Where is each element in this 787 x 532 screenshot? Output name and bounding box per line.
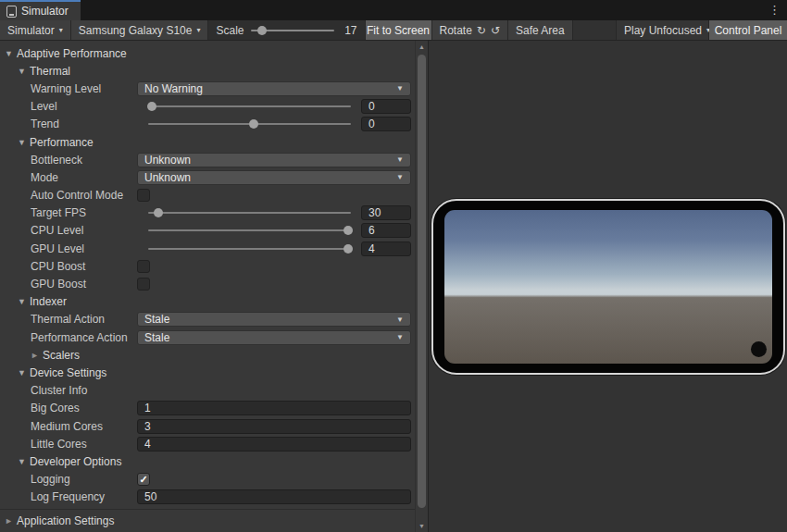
device-screen[interactable] (444, 210, 772, 364)
inspector-row-logging: Logging✓ (0, 471, 416, 489)
inspector-row-warning-level: Warning LevelNo Warning▼ (0, 80, 416, 97)
value-field-level[interactable]: 0 (361, 99, 411, 114)
row-label: Performance (30, 136, 94, 149)
row-label: Little Cores (31, 438, 87, 451)
tab-simulator[interactable]: Simulator (0, 0, 81, 20)
safe-area-button[interactable]: Safe Area (508, 20, 573, 40)
slider-target-fps[interactable] (148, 212, 351, 214)
row-label: Mode (31, 171, 58, 184)
scale-slider[interactable] (251, 30, 334, 31)
inspector-row-auto-control-mode: Auto Control Mode (0, 187, 416, 204)
inspector-row-gpu-level: GPU Level4 (0, 240, 416, 257)
scale-group: Scale 17 (208, 20, 365, 40)
inspector-row-cluster-info: Cluster Info (0, 382, 416, 400)
foldout-open-icon[interactable]: ▼ (18, 368, 30, 377)
dropdown-warning-level[interactable]: No Warning▼ (137, 81, 411, 96)
value-field-cpu-level[interactable]: 6 (361, 223, 411, 238)
simulated-device-frame[interactable] (431, 199, 785, 375)
inspector-row-mode: ModeUnknown▼ (0, 168, 416, 186)
fit-to-screen-button[interactable]: Fit to Screen (366, 20, 432, 40)
row-label: Target FPS (31, 206, 86, 219)
inspector-row-performance[interactable]: ▼Performance (0, 133, 416, 151)
slider-handle[interactable] (344, 244, 353, 254)
slider-cpu-level[interactable] (148, 229, 351, 231)
inspector-row-indexer[interactable]: ▼Indexer (0, 293, 416, 311)
checkbox-logging[interactable]: ✓ (137, 473, 150, 486)
value-field-gpu-level[interactable]: 4 (361, 241, 411, 256)
row-label: Level (31, 100, 57, 113)
scale-label: Scale (216, 24, 244, 37)
checkbox-cpu-boost[interactable] (137, 260, 150, 273)
slider-gpu-level[interactable] (148, 248, 351, 250)
tab-title: Simulator (21, 5, 69, 18)
slider-level[interactable] (148, 105, 351, 107)
simulator-toolbar: Simulator ▾ Samsung Galaxy S10e ▾ Scale … (0, 20, 787, 41)
dropdown-value: Stale (144, 331, 169, 344)
checkbox-gpu-boost[interactable] (137, 278, 150, 291)
inspector-scrollbar[interactable]: ▲ ▼ (415, 41, 428, 532)
play-unfocused-dropdown[interactable]: Play Unfocused ▾ (617, 20, 709, 40)
slider-handle[interactable] (344, 226, 353, 235)
checkbox-auto-control-mode[interactable] (137, 189, 150, 202)
scroll-up-icon[interactable]: ▲ (416, 43, 428, 50)
row-label: Indexer (30, 295, 67, 308)
field-medium-cores[interactable]: 3 (137, 419, 411, 434)
row-label: Auto Control Mode (31, 189, 123, 202)
chevron-down-icon: ▾ (196, 27, 200, 34)
slider-handle[interactable] (154, 208, 163, 217)
chevron-down-icon: ▾ (59, 27, 63, 34)
row-label: Application Settings (17, 514, 114, 527)
control-panel-button[interactable]: Control Panel (709, 20, 787, 40)
slider-handle[interactable] (249, 119, 258, 129)
row-label: Device Settings (30, 366, 106, 379)
foldout-open-icon[interactable]: ▼ (5, 49, 17, 58)
scale-slider-handle[interactable] (257, 26, 267, 35)
inspector-row-scalers[interactable]: ►Scalers (0, 346, 416, 364)
foldout-closed-icon[interactable]: ► (5, 516, 17, 526)
camera-punch-hole (751, 341, 767, 357)
device-select-dropdown[interactable]: Samsung Galaxy S10e ▾ (71, 20, 209, 40)
rotate-cw-icon[interactable]: ↻ (477, 25, 486, 36)
inspector-row-level: Level0 (0, 98, 416, 116)
row-label: Warning Level (31, 82, 101, 95)
inspector-row-big-cores: Big Cores1 (0, 400, 416, 417)
inspector-row-thermal[interactable]: ▼Thermal (0, 62, 416, 80)
foldout-open-icon[interactable]: ▼ (18, 297, 30, 306)
inspector-row-application-settings[interactable]: ►Application Settings (0, 512, 142, 529)
inspector-row-developer-options[interactable]: ▼Developer Options (0, 452, 416, 470)
dropdown-bottleneck[interactable]: Unknown▼ (137, 153, 411, 167)
inspector-row-device-settings[interactable]: ▼Device Settings (0, 364, 416, 381)
row-label: Medium Cores (31, 420, 103, 433)
toolbar-empty-segment (573, 20, 617, 40)
scrollbar-thumb[interactable] (418, 55, 426, 508)
simulator-mode-dropdown[interactable]: Simulator ▾ (0, 20, 71, 40)
rotate-group: Rotate ↻ ↺ (432, 20, 508, 40)
field-little-cores[interactable]: 4 (137, 437, 411, 452)
scroll-down-icon[interactable]: ▼ (416, 523, 428, 529)
dropdown-performance-action[interactable]: Stale▼ (137, 330, 411, 345)
slider-handle[interactable] (147, 102, 156, 111)
row-label: Bottleneck (31, 154, 82, 167)
row-label: CPU Level (31, 224, 83, 237)
row-label: Trend (31, 118, 59, 130)
value-field-target-fps[interactable]: 30 (361, 205, 411, 220)
field-big-cores[interactable]: 1 (137, 401, 411, 415)
rotate-ccw-icon[interactable]: ↺ (491, 25, 500, 36)
field-log-frequency[interactable]: 50 (137, 489, 411, 504)
dropdown-mode[interactable]: Unknown▼ (137, 170, 411, 185)
row-label: CPU Boost (31, 260, 85, 273)
row-label: Developer Options (30, 455, 121, 468)
inspector-row-adaptive-performance[interactable]: ▼Adaptive Performance (0, 44, 416, 62)
window-menu-icon[interactable]: ⋮ (768, 3, 781, 18)
dropdown-value: Stale (144, 313, 169, 326)
inspector-row-thermal-action: Thermal ActionStale▼ (0, 311, 416, 328)
foldout-open-icon[interactable]: ▼ (18, 138, 30, 147)
foldout-closed-icon[interactable]: ► (31, 351, 43, 360)
foldout-open-icon[interactable]: ▼ (18, 67, 30, 76)
foldout-open-icon[interactable]: ▼ (18, 457, 30, 466)
dropdown-thermal-action[interactable]: Stale▼ (137, 312, 411, 327)
row-label: GPU Level (31, 242, 84, 255)
slider-trend[interactable] (148, 123, 351, 125)
value-field-trend[interactable]: 0 (361, 117, 411, 131)
chevron-down-icon: ▼ (396, 333, 404, 341)
